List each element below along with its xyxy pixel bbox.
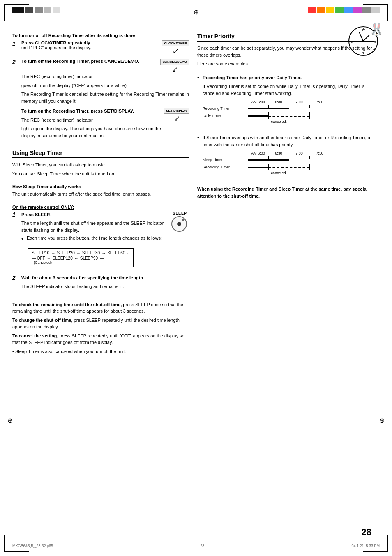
color-bar-lightgray xyxy=(371,7,380,13)
bullet-dot-priority-2: • xyxy=(197,134,201,178)
cancel-demo-button: CANCEL/DEMO xyxy=(160,59,189,65)
corner-decoration-tl xyxy=(4,4,29,5)
chart-col-600: AM 6:00 xyxy=(248,100,268,104)
timer-priority-intro2: Here are some examples. xyxy=(197,60,374,67)
footer-center: 28 xyxy=(200,544,204,548)
page-number: 28 xyxy=(362,527,371,538)
sleep-timer-bar xyxy=(248,156,330,164)
sleep90: SLEEP90 xyxy=(80,256,98,261)
color-bar-blue xyxy=(344,7,353,13)
button-arrow-3: ↙ xyxy=(174,115,180,122)
sleep-bullet-text: Each time you press the button, the time… xyxy=(27,235,162,242)
color-bar-orange xyxy=(317,7,325,13)
chart-col-630: 6:30 xyxy=(268,100,289,104)
chart-col-730: 7:30 xyxy=(309,100,330,104)
sleep-step-1: 1 Press SLEEP. The time length until the… xyxy=(12,211,189,270)
set-display-text-area: To turn on the Recording Timer, press SE… xyxy=(21,108,164,141)
color-bar-purple xyxy=(353,7,362,13)
arrow-5: ← xyxy=(74,256,78,261)
chart2-col-630: 6:30 xyxy=(268,151,289,155)
sleep-step-2-detail: The SLEEP indicator stops flashing and r… xyxy=(21,283,189,290)
compass-symbol-right: ⊕ xyxy=(379,417,385,424)
chart2-col-600: AM 6:00 xyxy=(248,151,268,155)
set-display-detail1: The REC (recording timer) indicator xyxy=(21,117,164,124)
step-2-text: To turn off the Recording Timer, press C… xyxy=(21,59,158,64)
sleep120: SLEEP120 xyxy=(53,256,73,261)
bar-segment-dark xyxy=(25,7,33,13)
clock-timer-button-wrap: CLOCK/TIMER ↙ xyxy=(162,40,189,55)
arrow-1: → xyxy=(51,251,55,255)
sleep-step-1-text-area: Press SLEEP. The time length until the s… xyxy=(21,211,171,236)
change-shutoff: To change the shut-off time, press SLEEP… xyxy=(12,317,189,330)
sleep-intro-2: You can set Sleep Timer when the unit is… xyxy=(12,171,189,178)
daily-timer-bar xyxy=(248,112,330,120)
step-1-number: 1 xyxy=(12,40,18,47)
recording-timer-bar xyxy=(248,105,330,112)
priority-bullet-2: • If Sleep Timer overlaps with another t… xyxy=(197,134,374,178)
bracket-top: ⌐ xyxy=(128,251,130,255)
corner-decoration-bl xyxy=(4,551,29,552)
priority-bullet-1: • Recording Timer has priority over Dail… xyxy=(197,74,374,127)
arrow-2: → xyxy=(76,251,81,255)
recording-timer-row-2: Recording Timer xyxy=(203,164,374,171)
step-1: 1 Press CLOCK/TIMER repeatedly until "RE… xyxy=(12,40,189,55)
off-label: — OFF xyxy=(32,256,45,261)
check-remaining: To check the remaining time until the sh… xyxy=(12,301,189,315)
color-bar-green xyxy=(335,7,344,13)
corner-decoration-bl-v xyxy=(4,535,5,552)
recording-timer-bar-2 xyxy=(248,164,330,171)
step-1-text: Press CLOCK/TIMER repeatedly until "REC"… xyxy=(21,40,159,50)
corner-decoration-br xyxy=(363,551,388,552)
sleep-timer-row: Sleep Timer xyxy=(203,156,374,164)
corner-decoration-tr-v xyxy=(387,4,388,21)
canceled-2: └canceled. xyxy=(268,171,374,175)
step-2-number: 2 xyxy=(12,59,18,65)
check-bold: To check the remaining time until the sh… xyxy=(12,302,122,307)
remote-control-title: On the remote control ONLY: xyxy=(12,205,189,210)
bar-segment-mid xyxy=(35,7,43,13)
page: ⊕ 12 2 3 4 6 9 🐰 xyxy=(0,0,392,556)
color-bar-gray xyxy=(362,7,371,13)
sleep10: SLEEP10 xyxy=(32,251,49,255)
daily-timer-label: Daily Timer xyxy=(203,114,248,118)
bracket-bottom: — xyxy=(100,256,104,261)
bullet-dot-1: • xyxy=(21,235,25,242)
set-display-section: To turn on the Recording Timer, press SE… xyxy=(21,108,189,141)
bar-segment-lighter xyxy=(53,7,60,13)
sleep-step-2-bold: Wait for about 3 seconds after specifyin… xyxy=(21,275,189,281)
sleep-button-label: SLEEP xyxy=(173,211,187,215)
sleep-timer-title: Using Sleep Timer xyxy=(12,150,189,158)
priority-bullet-2-content: If Sleep Timer overlaps with another tim… xyxy=(203,134,374,178)
canceled-label: (Canceled) xyxy=(34,261,130,265)
set-display-detail2: lights up on the display. The settings y… xyxy=(21,125,164,139)
chart2-col-700: 7:00 xyxy=(289,151,309,155)
sleep30: SLEEP30 xyxy=(82,251,100,255)
corner-decoration-br-v xyxy=(387,535,388,552)
clock-timer-button: CLOCK/TIMER xyxy=(162,40,189,46)
sleep-button-dot xyxy=(182,219,184,221)
sleep-step-2-content: Wait for about 3 seconds after specifyin… xyxy=(21,275,189,292)
step-2: 2 To turn off the Recording Timer, press… xyxy=(12,59,189,141)
timer-priority-intro1: Since each timer can be set separately, … xyxy=(197,45,374,58)
horizontal-divider xyxy=(12,145,189,145)
priority-bullet-1-text: If Recording Timer is set to come on whi… xyxy=(203,83,374,97)
arrow-4: ← xyxy=(47,256,51,261)
footer-right: 04.1.21, 5:33 PM xyxy=(351,544,380,548)
canceled-1: └canceled. xyxy=(268,120,374,124)
cancel-demo-button-wrap: CANCEL/DEMO ↙ xyxy=(160,59,189,73)
chart-1: AM 6:00 6:30 7:00 7:30 Recording Timer xyxy=(203,100,374,124)
set-display-button: SET/DISPLAY xyxy=(164,108,189,114)
step-2-detail1: The REC (recording timer) indicator xyxy=(21,73,189,80)
sleep-bullet: • Each time you press the button, the ti… xyxy=(21,235,189,242)
how-sleep-text: The unit automatically turns off after t… xyxy=(12,191,189,198)
svg-text:12: 12 xyxy=(362,28,365,32)
sleep-timer-label: Sleep Timer xyxy=(203,158,248,162)
step-1-detail: until "REC" appears on the display. xyxy=(21,45,91,50)
sleep-seq-row-2: — OFF ← SLEEP120 ← SLEEP90 — xyxy=(32,256,130,261)
color-bar-yellow xyxy=(326,7,334,13)
sleep-sequence-diagram: SLEEP10 → SLEEP20 → SLEEP30 → SLEEP60 ⌐ … xyxy=(28,248,134,267)
corner-decoration-tr xyxy=(363,4,388,5)
cancel-bold: To cancel the setting, xyxy=(12,333,58,338)
set-display-heading: To turn on the Recording Timer, press SE… xyxy=(21,108,164,115)
step-2-detail3: The Recording Timer is canceled, but the… xyxy=(21,91,189,104)
